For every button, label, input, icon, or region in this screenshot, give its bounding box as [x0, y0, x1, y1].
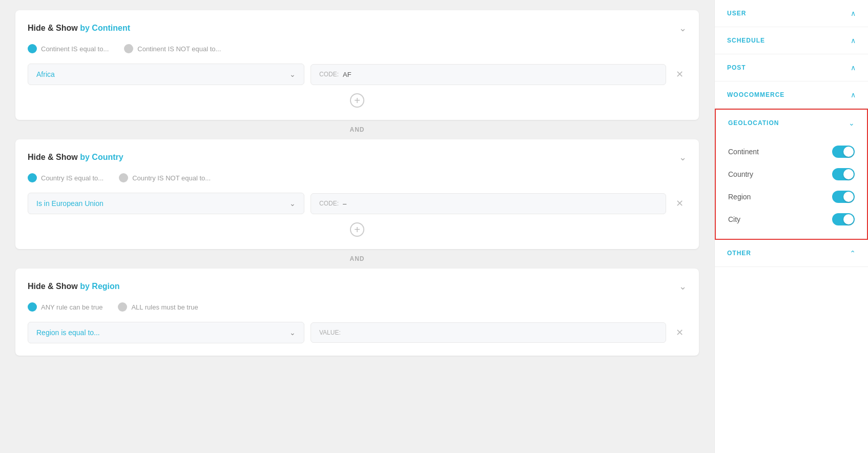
country-not-equal-label: Country IS NOT equal to... [132, 174, 211, 182]
country-equal-radio[interactable] [28, 173, 37, 182]
region-dropdown-chevron: ⌄ [290, 328, 296, 337]
continent-dropdown[interactable]: Africa ⌄ [28, 64, 304, 85]
geolocation-section-content: Continent Country Region [716, 136, 867, 239]
post-section-header[interactable]: POST ∧ [715, 54, 868, 81]
region-card: Hide & Show by Region ⌄ ANY rule can be … [15, 269, 699, 356]
region-options-row: ANY rule can be true ALL rules must be t… [28, 302, 687, 312]
toggle-label-country: Country [728, 170, 753, 178]
continent-equal-option[interactable]: Continent IS equal to... [28, 44, 109, 53]
region-code-label: VALUE: [319, 329, 341, 336]
continent-equal-radio[interactable] [28, 44, 37, 53]
user-chevron-icon: ∧ [851, 9, 856, 17]
region-all-label: ALL rules must be true [131, 303, 198, 311]
country-by-text: by Country [80, 153, 123, 161]
country-equal-option[interactable]: Country IS equal to... [28, 173, 104, 182]
country-code-field: CODE: – [311, 193, 666, 214]
region-dropdown-value: Region is equal to... [36, 328, 100, 337]
continent-dropdown-row: Africa ⌄ CODE: AF ✕ [28, 64, 687, 85]
continent-card: Hide & Show by Continent ⌄ Continent IS … [15, 10, 699, 120]
toggle-row-region: Region [728, 186, 855, 208]
geolocation-section-title: GEOLOCATION [728, 119, 779, 127]
country-card-title: Hide & Show by Country [28, 153, 123, 162]
country-card: Hide & Show by Country ⌄ Country IS equa… [15, 139, 699, 249]
geolocation-section-header[interactable]: GEOLOCATION ⌄ [716, 110, 867, 136]
other-section-header[interactable]: OTHER ⌄ [715, 240, 868, 266]
region-all-radio[interactable] [118, 302, 127, 312]
region-title-text: Hide & Show [28, 282, 80, 291]
user-section-header[interactable]: USER ∧ [715, 0, 868, 27]
toggle-city[interactable] [832, 213, 855, 225]
region-all-option[interactable]: ALL rules must be true [118, 302, 198, 312]
and-text-1: AND [350, 126, 365, 133]
region-any-radio[interactable] [28, 302, 37, 312]
user-section-title: USER [727, 10, 746, 17]
toggle-country[interactable] [832, 168, 855, 180]
toggle-label-continent: Continent [728, 148, 759, 156]
continent-by-text: by Continent [80, 24, 130, 32]
main-content: Hide & Show by Continent ⌄ Continent IS … [0, 0, 714, 453]
toggle-row-country: Country [728, 163, 855, 186]
sidebar-section-woocommerce: WOOCOMMERCE ∧ [715, 81, 868, 109]
continent-options-row: Continent IS equal to... Continent IS NO… [28, 44, 687, 53]
country-equal-label: Country IS equal to... [41, 174, 104, 182]
region-card-title: Hide & Show by Region [28, 282, 120, 291]
and-separator-2: AND [15, 249, 699, 269]
sidebar-section-user: USER ∧ [715, 0, 868, 27]
country-remove-button[interactable]: ✕ [672, 196, 687, 211]
post-section-title: POST [727, 64, 746, 71]
toggle-continent[interactable] [832, 146, 855, 158]
post-chevron-icon: ∧ [851, 64, 856, 72]
country-options-row: Country IS equal to... Country IS NOT eq… [28, 173, 687, 182]
sidebar-section-geolocation: GEOLOCATION ⌄ Continent Country Region [715, 109, 868, 240]
other-section-title: OTHER [727, 250, 751, 257]
country-dropdown-chevron: ⌄ [290, 199, 296, 208]
continent-not-equal-radio[interactable] [124, 44, 133, 53]
sidebar-section-post: POST ∧ [715, 54, 868, 81]
geolocation-chevron-icon: ⌄ [849, 119, 855, 127]
other-chevron-icon: ⌄ [850, 249, 856, 257]
region-dropdown-row: Region is equal to... ⌄ VALUE: ✕ [28, 322, 687, 343]
schedule-section-header[interactable]: SCHEDULE ∧ [715, 27, 868, 54]
country-not-equal-radio[interactable] [119, 173, 128, 182]
woocommerce-section-title: WOOCOMMERCE [727, 91, 784, 98]
continent-collapse-button[interactable]: ⌄ [679, 23, 687, 34]
country-collapse-button[interactable]: ⌄ [679, 152, 687, 163]
continent-dropdown-value: Africa [36, 70, 55, 78]
country-add-button[interactable]: + [350, 222, 364, 237]
sidebar-section-schedule: SCHEDULE ∧ [715, 27, 868, 54]
country-not-equal-option[interactable]: Country IS NOT equal to... [119, 173, 211, 182]
region-remove-button[interactable]: ✕ [672, 325, 687, 340]
region-dropdown[interactable]: Region is equal to... ⌄ [28, 322, 304, 343]
region-card-header: Hide & Show by Region ⌄ [28, 281, 687, 292]
continent-title-text: Hide & Show [28, 24, 80, 32]
schedule-section-title: SCHEDULE [727, 37, 765, 44]
country-dropdown[interactable]: Is in European Union ⌄ [28, 193, 304, 214]
country-code-value: – [343, 200, 346, 208]
region-collapse-button[interactable]: ⌄ [679, 281, 687, 292]
woocommerce-section-header[interactable]: WOOCOMMERCE ∧ [715, 81, 868, 108]
continent-card-title: Hide & Show by Continent [28, 24, 130, 33]
toggle-row-continent: Continent [728, 140, 855, 163]
continent-dropdown-chevron: ⌄ [290, 70, 296, 78]
continent-add-button[interactable]: + [350, 93, 364, 108]
and-text-2: AND [350, 255, 365, 262]
continent-not-equal-option[interactable]: Continent IS NOT equal to... [124, 44, 221, 53]
toggle-region[interactable] [832, 191, 855, 203]
and-separator-1: AND [15, 120, 699, 139]
continent-not-equal-label: Continent IS NOT equal to... [137, 45, 221, 53]
continent-code-field: CODE: AF [311, 64, 666, 85]
region-by-text: by Region [80, 282, 119, 291]
toggle-label-city: City [728, 215, 740, 223]
toggle-row-city: City [728, 208, 855, 231]
region-any-label: ANY rule can be true [41, 303, 102, 311]
continent-card-header: Hide & Show by Continent ⌄ [28, 23, 687, 34]
region-any-option[interactable]: ANY rule can be true [28, 302, 102, 312]
woocommerce-chevron-icon: ∧ [851, 91, 856, 99]
country-dropdown-value: Is in European Union [36, 199, 104, 208]
continent-remove-button[interactable]: ✕ [672, 67, 687, 81]
country-code-label: CODE: [319, 200, 339, 207]
schedule-chevron-icon: ∧ [851, 36, 856, 45]
toggle-label-region: Region [728, 193, 751, 201]
sidebar: USER ∧ SCHEDULE ∧ POST ∧ WOOCOMMERCE ∧ G… [714, 0, 868, 453]
continent-code-value: AF [343, 71, 352, 78]
